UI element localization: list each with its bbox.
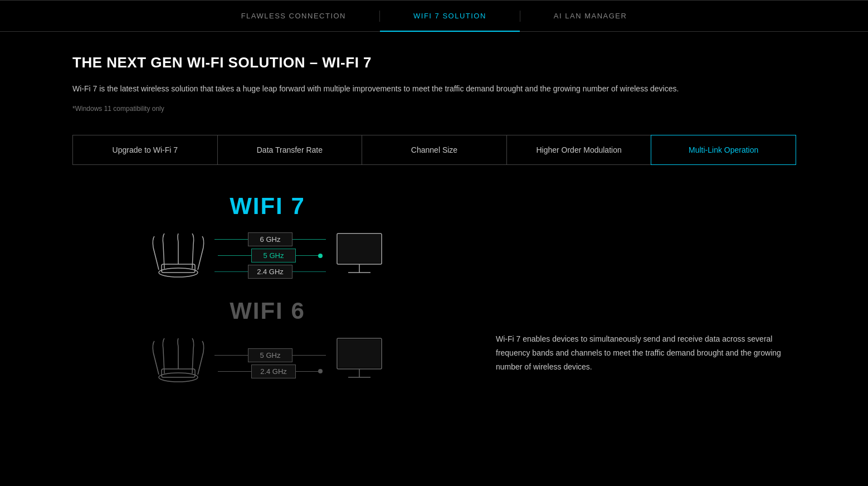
freq-box-5ghz: 5 GHz <box>251 249 296 263</box>
nav-flawless-connection[interactable]: FLAWLESS CONNECTION <box>208 1 379 31</box>
freq-box-24ghz: 2.4 GHz <box>248 265 292 279</box>
freq-line-right-5ghz <box>296 255 318 256</box>
tab-multi-link[interactable]: Multi-Link Operation <box>651 135 796 165</box>
svg-line-12 <box>153 352 159 375</box>
wifi6-freq-bands: 5 GHz 2.4 GHz <box>214 348 326 378</box>
freq-row-6ghz: 6 GHz <box>214 232 326 246</box>
wifi6-freq-row-5ghz: 5 GHz <box>214 348 326 362</box>
freq-line-left-5ghz <box>218 255 251 256</box>
wifi6-freq-line-left-24ghz <box>218 371 251 372</box>
tab-data-transfer[interactable]: Data Transfer Rate <box>217 135 363 165</box>
wifi7-monitor-icon <box>331 231 387 281</box>
multilink-description: Wi-Fi 7 enables devices to simultaneousl… <box>496 332 796 375</box>
wifi6-monitor-icon <box>331 336 387 386</box>
wifi6-freq-line-right-5ghz <box>292 355 326 356</box>
freq-dot-5ghz <box>318 254 323 258</box>
svg-rect-19 <box>338 339 381 368</box>
freq-box-6ghz: 6 GHz <box>248 232 292 246</box>
svg-line-3 <box>198 247 203 270</box>
page-title: THE NEXT GEN WI-FI SOLUTION – WI-FI 7 <box>72 54 796 71</box>
wifi6-freq-line-left-5ghz <box>214 355 248 356</box>
diagram-area: WIFI 7 <box>72 193 796 402</box>
wifi7-router-icon <box>148 231 209 281</box>
page-description: Wi-Fi 7 is the latest wireless solution … <box>72 82 741 96</box>
wifi7-freq-bands: 6 GHz 5 GHz 2.4 GHz <box>214 232 326 279</box>
svg-line-4 <box>192 245 193 269</box>
wifi6-router-icon <box>148 336 209 386</box>
svg-line-13 <box>163 349 164 373</box>
main-content: THE NEXT GEN WI-FI SOLUTION – WI-FI 7 Wi… <box>0 32 868 425</box>
tabs-row: Upgrade to Wi-Fi 7 Data Transfer Rate Ch… <box>72 135 796 165</box>
wifi7-section: WIFI 7 <box>72 193 462 281</box>
freq-line-left-6ghz <box>214 239 248 240</box>
compatibility-note: *Windows 11 compatibility only <box>72 105 796 113</box>
tab-higher-order[interactable]: Higher Order Modulation <box>506 135 652 165</box>
freq-row-24ghz: 2.4 GHz <box>214 265 326 279</box>
svg-rect-8 <box>338 235 381 263</box>
navigation-bar: FLAWLESS CONNECTION WIFI 7 SOLUTION AI L… <box>0 0 868 32</box>
wifi6-section: WIFI 6 <box>72 298 462 386</box>
freq-line-left-24ghz <box>214 271 248 272</box>
svg-line-1 <box>153 247 159 270</box>
tab-upgrade[interactable]: Upgrade to Wi-Fi 7 <box>72 135 218 165</box>
wifi6-freq-row-24ghz: 2.4 GHz <box>218 365 323 378</box>
svg-line-15 <box>192 349 193 373</box>
description-right: Wi-Fi 7 enables devices to simultaneousl… <box>496 193 796 375</box>
nav-wifi7-solution[interactable]: WIFI 7 SOLUTION <box>380 1 520 31</box>
wifi6-freq-box-5ghz: 5 GHz <box>248 348 292 362</box>
wifi7-diagram: 6 GHz 5 GHz 2.4 GHz <box>72 231 462 281</box>
wifi6-freq-line-right-24ghz <box>296 371 318 372</box>
freq-row-5ghz: 5 GHz <box>218 249 323 263</box>
freq-line-right-6ghz <box>292 239 326 240</box>
wifi6-freq-box-24ghz: 2.4 GHz <box>251 365 296 378</box>
freq-line-right-24ghz <box>292 271 326 272</box>
wifi6-label: WIFI 6 <box>72 298 462 324</box>
nav-ai-lan-manager[interactable]: AI LAN MANAGER <box>520 1 661 31</box>
wifi6-freq-dot <box>318 369 323 373</box>
svg-line-14 <box>198 352 203 375</box>
wifi7-label: WIFI 7 <box>72 193 462 220</box>
svg-line-2 <box>163 245 164 269</box>
tab-channel-size[interactable]: Channel Size <box>362 135 507 165</box>
wifi6-diagram: 5 GHz 2.4 GHz <box>72 336 462 386</box>
diagrams-left: WIFI 7 <box>72 193 462 402</box>
